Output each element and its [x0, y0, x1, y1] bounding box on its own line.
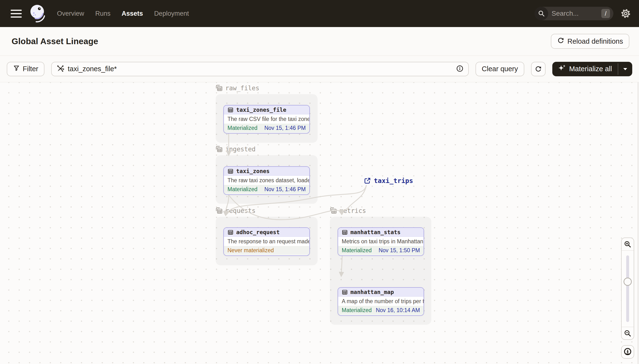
zoom-control-panel [621, 238, 634, 340]
materialize-all-button[interactable]: Materialize all [552, 62, 618, 76]
materialize-all-split-button: Materialize all [552, 62, 632, 76]
asset-node-taxi-zones-file[interactable]: taxi_zones_file The raw CSV file for the… [223, 105, 310, 134]
materialization-status: Materialized [342, 307, 372, 314]
materialization-timestamp: Nov 15, 1:46 PM [264, 186, 306, 192]
materialization-timestamp: Nov 15, 1:50 PM [379, 247, 420, 254]
asset-description: Metrics on taxi trips in Manhattan [338, 237, 424, 246]
clear-query-label: Clear query [482, 65, 518, 73]
query-info-icon[interactable] [456, 65, 463, 73]
asset-node-manhattan-map[interactable]: manhattan_map A map of the number of tri… [338, 287, 424, 316]
primary-nav: Overview Runs Assets Deployment [57, 10, 189, 18]
refresh-icon [557, 37, 564, 46]
zoom-in-icon [624, 240, 631, 248]
nav-item-assets[interactable]: Assets [122, 10, 143, 18]
asset-node-taxi-zones[interactable]: taxi_zones The raw taxi zones dataset, l… [223, 166, 310, 195]
search-shortcut-badge: / [601, 9, 610, 18]
asset-name: taxi_zones [236, 168, 270, 174]
asset-name: manhattan_map [350, 289, 394, 295]
search-icon [535, 7, 548, 20]
zoom-slider-handle[interactable] [623, 278, 632, 286]
search-input[interactable] [551, 10, 593, 18]
zoom-slider-track[interactable] [626, 256, 629, 322]
filter-funnel-icon [13, 65, 20, 73]
zoom-out-icon [624, 330, 631, 337]
search-bar[interactable]: / [535, 7, 613, 20]
top-nav: Overview Runs Assets Deployment / [0, 0, 639, 27]
reload-definitions-button[interactable]: Reload definitions [551, 34, 629, 49]
asset-graph-icon [57, 65, 64, 74]
dagster-logo[interactable] [29, 2, 46, 25]
zoom-in-button[interactable] [621, 238, 634, 250]
external-asset-taxi-trips[interactable]: taxi_trips [364, 177, 413, 184]
external-link-icon [364, 177, 371, 184]
table-icon [228, 229, 234, 235]
table-icon [342, 229, 348, 235]
nav-item-overview[interactable]: Overview [57, 10, 84, 18]
external-asset-name: taxi_trips [374, 177, 413, 184]
materialization-status: Materialized [228, 125, 257, 131]
asset-description: The raw taxi zones dataset, loaded int..… [224, 176, 309, 185]
materialization-status: Materialized [228, 186, 257, 192]
asset-description: The raw CSV file for the taxi zones dat.… [224, 114, 309, 124]
zoom-slider[interactable] [621, 250, 634, 327]
materialize-options-caret[interactable] [618, 62, 632, 76]
nav-item-deployment[interactable]: Deployment [154, 10, 189, 18]
materialization-timestamp: Nov 16, 10:14 AM [376, 307, 420, 314]
asset-query-input[interactable] [68, 65, 453, 73]
refresh-graph-button[interactable] [531, 62, 545, 76]
asset-description: A map of the number of trips per taxi z.… [338, 297, 424, 306]
asset-name: taxi_zones_file [236, 107, 286, 113]
table-icon [228, 168, 234, 174]
pane-edge-divider [638, 82, 638, 364]
materialization-status: Materialized [342, 247, 372, 254]
lineage-toolbar: Filter Clear query [0, 56, 639, 82]
download-icon [623, 348, 632, 356]
page-title: Global Asset Lineage [12, 36, 98, 46]
zoom-out-button[interactable] [621, 327, 634, 340]
materialization-timestamp: Nov 15, 1:46 PM [264, 125, 306, 131]
asset-description: The response to an request made in th... [224, 237, 309, 246]
asset-lineage-canvas[interactable]: raw_files ingested requests metrics [0, 82, 639, 364]
asset-node-manhattan-stats[interactable]: manhattan_stats Metrics on taxi trips in… [338, 228, 424, 256]
reload-definitions-label: Reload definitions [567, 38, 623, 46]
settings-gear-icon[interactable] [621, 8, 631, 18]
lineage-edges [0, 82, 639, 364]
page-header: Global Asset Lineage Reload definitions [0, 27, 639, 56]
download-graph-button[interactable] [621, 345, 634, 359]
materialization-status: Never materialized [228, 247, 274, 254]
filter-button[interactable]: Filter [7, 62, 45, 76]
table-icon [342, 289, 348, 295]
asset-node-adhoc-request[interactable]: adhoc_request The response to an request… [223, 228, 310, 256]
sparkle-icon [558, 64, 566, 74]
filter-button-label: Filter [23, 65, 38, 73]
materialize-all-label: Materialize all [569, 65, 612, 73]
asset-name: adhoc_request [236, 229, 280, 235]
table-icon [228, 107, 234, 113]
asset-name: manhattan_stats [350, 229, 401, 235]
nav-item-runs[interactable]: Runs [95, 10, 111, 18]
clear-query-button[interactable]: Clear query [475, 62, 524, 76]
asset-query-field[interactable] [51, 62, 468, 76]
hamburger-menu-icon[interactable] [11, 10, 22, 18]
